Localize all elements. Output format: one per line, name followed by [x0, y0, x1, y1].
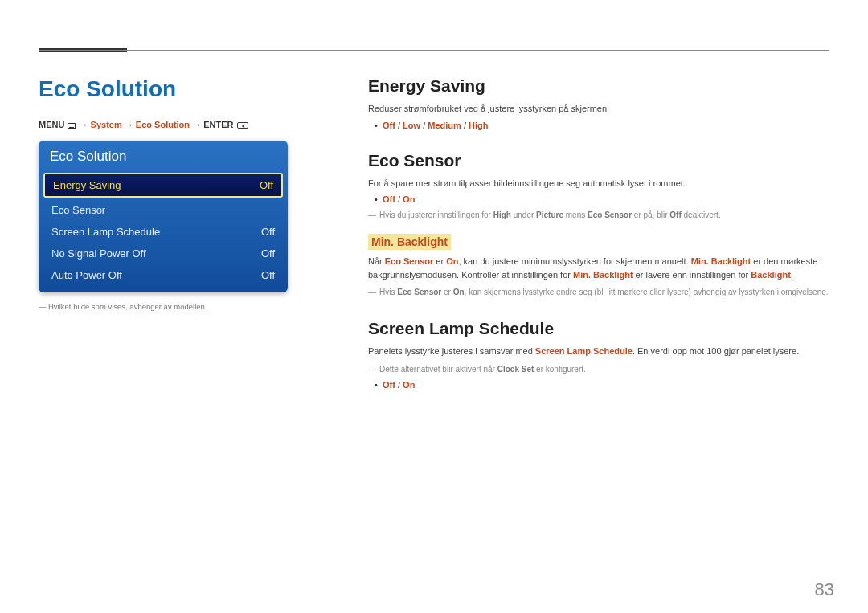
page-content: Eco Solution MENU → System → Eco Solutio…	[39, 76, 829, 597]
opt-low: Low	[403, 121, 420, 130]
osd-menu: Eco Solution Energy Saving Off Eco Senso…	[39, 141, 288, 292]
osd-title: Eco Solution	[39, 141, 288, 171]
opt-off: Off	[383, 194, 395, 204]
breadcrumb-menu: MENU	[39, 120, 64, 129]
breadcrumb-eco: Eco Solution	[136, 120, 190, 129]
options-eco-sensor: Off / On	[383, 194, 829, 204]
arrow-2: →	[125, 120, 136, 129]
opt-high: High	[469, 121, 488, 130]
desc-min-backlight: Når Eco Sensor er On, kan du justere min…	[368, 255, 829, 281]
osd-label: No Signal Power Off	[51, 247, 146, 260]
osd-row-energy-saving[interactable]: Energy Saving Off	[43, 173, 283, 198]
arrow-1: →	[80, 120, 91, 129]
note-screen-lamp: Dette alternativet blir aktivert når Clo…	[368, 363, 829, 375]
osd-row-no-signal[interactable]: No Signal Power Off Off	[43, 243, 283, 264]
options-screen-lamp: Off / On	[383, 380, 829, 390]
osd-row-auto-power-off[interactable]: Auto Power Off Off	[43, 264, 283, 286]
note-eco-sensor: Hvis du justerer innstillingen for High …	[368, 209, 829, 221]
osd-label: Screen Lamp Schedule	[51, 226, 160, 238]
note-min-backlight: Hvis Eco Sensor er On, kan skjermens lys…	[368, 286, 829, 298]
menu-icon	[68, 123, 76, 129]
osd-row-eco-sensor[interactable]: Eco Sensor	[43, 199, 283, 221]
opt-on: On	[403, 380, 415, 390]
header-rule	[39, 50, 829, 51]
heading-screen-lamp: Screen Lamp Schedule	[368, 319, 829, 338]
page-number: 83	[815, 579, 834, 600]
opt-off: Off	[383, 121, 395, 130]
osd-row-screen-lamp[interactable]: Screen Lamp Schedule Off	[43, 221, 283, 243]
osd-label: Eco Sensor	[51, 204, 105, 216]
desc-energy-saving: Reduser strømforbruket ved å justere lys…	[368, 102, 829, 116]
desc-eco-sensor: For å spare mer strøm tilpasser bildeinn…	[368, 177, 829, 190]
left-footnote: Hvilket bilde som vises, avhenger av mod…	[39, 302, 344, 311]
options-energy-saving: Off / Low / Medium / High	[383, 121, 829, 130]
osd-value: Off	[260, 179, 273, 191]
osd-value: Off	[261, 226, 275, 238]
subheading-min-backlight: Min. Backlight	[368, 234, 451, 250]
osd-label: Auto Power Off	[51, 269, 122, 281]
desc-screen-lamp: Panelets lysstyrke justeres i samsvar me…	[368, 345, 829, 358]
enter-icon	[237, 122, 248, 129]
heading-energy-saving: Energy Saving	[368, 76, 829, 96]
breadcrumb: MENU → System → Eco Solution → ENTER	[39, 120, 344, 129]
opt-on: On	[403, 194, 415, 204]
osd-value: Off	[261, 247, 275, 260]
osd-value: Off	[261, 269, 275, 281]
opt-off: Off	[383, 380, 395, 390]
right-column: Energy Saving Reduser strømforbruket ved…	[344, 76, 829, 597]
osd-label: Energy Saving	[53, 179, 121, 191]
osd-rows: Energy Saving Off Eco Sensor Screen Lamp…	[39, 173, 288, 292]
breadcrumb-enter: ENTER	[203, 120, 233, 129]
opt-medium: Medium	[428, 121, 461, 130]
breadcrumb-system: System	[91, 120, 122, 129]
arrow-3: →	[192, 120, 203, 129]
left-column: Eco Solution MENU → System → Eco Solutio…	[39, 76, 344, 597]
heading-eco-sensor: Eco Sensor	[368, 151, 829, 170]
page-title: Eco Solution	[39, 76, 344, 102]
